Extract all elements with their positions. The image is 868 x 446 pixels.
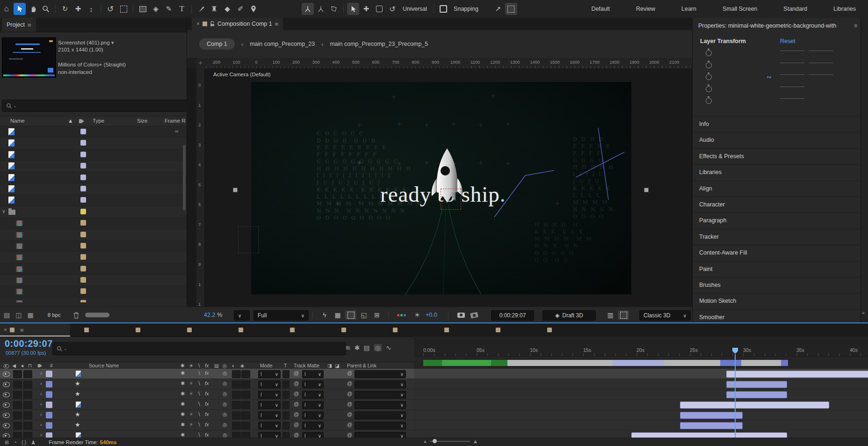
expand-chevron-icon[interactable]: › bbox=[40, 422, 42, 427]
fx-switch[interactable]: fx bbox=[205, 432, 209, 438]
matte-pickwhip-icon[interactable]: @ bbox=[294, 401, 299, 407]
layer-track-row[interactable] bbox=[414, 420, 868, 431]
collapse-switch[interactable]: ☀ bbox=[189, 411, 194, 417]
fx-switch[interactable]: fx bbox=[205, 391, 209, 396]
zoom-dropdown-button[interactable]: ∨ bbox=[234, 310, 250, 321]
panel-header-effects-presets[interactable]: Effects & Presets bbox=[693, 148, 861, 164]
composition-canvas[interactable]: C O C O C CD D D D D D DE E E E E E E E … bbox=[251, 82, 631, 294]
layer-track-row[interactable] bbox=[414, 400, 868, 410]
panel-header-libraries[interactable]: Libraries bbox=[693, 164, 861, 180]
layer-row[interactable]: ›✱∖fx◎ǀ∨@ǀ∨@∨ bbox=[0, 369, 414, 379]
quality-switch[interactable]: ∖ bbox=[197, 370, 201, 376]
vertical-ruler[interactable]: 012345678911 bbox=[196, 68, 205, 307]
project-search-input[interactable]: ⌄ bbox=[2, 100, 188, 112]
timeline-tab-glass-2[interactable] bbox=[132, 323, 147, 336]
t-toggle[interactable] bbox=[282, 422, 289, 430]
ruler-corner[interactable]: ✛ bbox=[196, 58, 205, 68]
project-row[interactable] bbox=[0, 275, 187, 286]
workspace-learn[interactable]: Learn bbox=[681, 6, 696, 12]
column-frame-rate[interactable]: Frame R bbox=[165, 118, 186, 124]
label-color-swatch[interactable] bbox=[80, 175, 86, 180]
expand-chevron-icon[interactable]: › bbox=[40, 411, 42, 417]
audio-toggle[interactable] bbox=[13, 380, 22, 388]
shy-switch[interactable]: ✱ bbox=[181, 411, 185, 417]
stopwatch-icon[interactable] bbox=[706, 74, 712, 80]
label-color-swatch[interactable] bbox=[80, 220, 86, 226]
breadcrumb-comp-1[interactable]: Comp 1 bbox=[199, 38, 235, 50]
label-color-swatch[interactable] bbox=[80, 277, 86, 283]
parent-link-dropdown[interactable]: ∨ bbox=[354, 380, 406, 388]
timeline-tab-code-box[interactable] bbox=[338, 323, 353, 336]
matte-pickwhip-icon[interactable]: @ bbox=[294, 391, 299, 396]
shy-switch[interactable]: ✱ bbox=[181, 401, 185, 407]
project-row[interactable] bbox=[0, 252, 187, 263]
transform-value[interactable] bbox=[780, 97, 804, 99]
solo-toggle[interactable] bbox=[23, 391, 32, 399]
stopwatch-icon[interactable] bbox=[706, 86, 712, 92]
label-column-icon[interactable] bbox=[79, 118, 85, 124]
parent-link-dropdown[interactable]: ∨ bbox=[354, 391, 406, 399]
label-color-swatch[interactable] bbox=[80, 152, 86, 157]
audio-toggle[interactable] bbox=[13, 422, 22, 430]
parent-pickwhip-icon[interactable]: @ bbox=[347, 391, 352, 396]
layer-duration-bar[interactable] bbox=[680, 412, 743, 419]
hand-tool-icon[interactable] bbox=[27, 3, 39, 15]
workspace-review[interactable]: Review bbox=[636, 6, 655, 12]
track-matte-dropdown[interactable]: ǀ∨ bbox=[302, 391, 324, 399]
panel-header-tracker[interactable]: Tracker bbox=[693, 229, 861, 245]
snap-cursor-icon[interactable]: ↗ bbox=[492, 3, 504, 15]
eye-icon[interactable] bbox=[3, 402, 10, 408]
parent-pickwhip-icon[interactable]: @ bbox=[347, 401, 352, 407]
label-color-swatch[interactable] bbox=[80, 197, 86, 203]
3d-switch[interactable] bbox=[241, 401, 250, 409]
timeline-tab-glass-3[interactable] bbox=[183, 323, 198, 336]
3d-switch[interactable] bbox=[241, 380, 250, 388]
stamp-tool-icon[interactable]: ♜ bbox=[208, 3, 220, 15]
panel-header-character[interactable]: Character bbox=[693, 197, 861, 212]
layer-row[interactable]: ›★✱☀∖fx◎ǀ∨@ǀ∨@∨ bbox=[0, 420, 414, 431]
layer-handle-right[interactable] bbox=[644, 188, 649, 192]
label-color-swatch[interactable] bbox=[80, 140, 86, 146]
pan-camera-tool-icon[interactable]: ✚ bbox=[72, 3, 84, 15]
project-row[interactable] bbox=[0, 286, 187, 297]
project-row[interactable] bbox=[0, 263, 187, 275]
track-matte-column[interactable]: Track Matte bbox=[294, 363, 319, 368]
layer-track-row[interactable] bbox=[414, 379, 868, 389]
panel-header-info[interactable]: Info bbox=[693, 116, 861, 132]
mode-dropdown[interactable]: ǀ∨ bbox=[258, 370, 281, 378]
layer-color-swatch[interactable] bbox=[46, 381, 52, 388]
label-color-swatch[interactable] bbox=[80, 254, 86, 260]
shy-switch[interactable]: ✱ bbox=[181, 370, 185, 376]
channel-icon[interactable] bbox=[397, 310, 406, 320]
fx-switch[interactable]: fx bbox=[205, 370, 209, 376]
stopwatch-icon[interactable] bbox=[706, 62, 712, 68]
project-row[interactable] bbox=[0, 218, 187, 229]
mask-visibility-icon[interactable] bbox=[345, 310, 356, 320]
eye-icon[interactable] bbox=[3, 392, 10, 397]
parent-pickwhip-icon[interactable]: @ bbox=[347, 411, 352, 417]
label-color-swatch[interactable] bbox=[80, 243, 86, 249]
project-row[interactable] bbox=[0, 161, 187, 172]
collapse-switch[interactable]: ☀ bbox=[189, 380, 194, 387]
t-toggle[interactable] bbox=[282, 370, 289, 378]
playhead-line[interactable] bbox=[735, 354, 736, 438]
layer-row[interactable]: ›✱∖fx◎ǀ∨@ǀ∨@∨ bbox=[0, 400, 414, 410]
comp-mini-flowchart-icon[interactable]: ≋ bbox=[345, 344, 351, 351]
shy-switch[interactable]: ✱ bbox=[181, 380, 185, 387]
transparency-grid-icon[interactable]: ▦ bbox=[332, 310, 343, 320]
project-row[interactable] bbox=[0, 183, 187, 195]
expand-chevron-icon[interactable]: › bbox=[40, 391, 42, 396]
world-axis-mode-icon[interactable] bbox=[315, 3, 327, 15]
delete-icon[interactable] bbox=[73, 312, 80, 319]
mode-dropdown[interactable]: ǀ∨ bbox=[258, 380, 281, 388]
layer-row[interactable]: ›★✱☀∖fx◎ǀ∨@ǀ∨@∨ bbox=[0, 379, 414, 389]
timeline-tab-code-box-2[interactable] bbox=[389, 323, 404, 336]
workspace-standard[interactable]: Standard bbox=[783, 6, 807, 12]
layer-duration-bar[interactable] bbox=[726, 371, 868, 378]
panel-header-content-aware-fill[interactable]: Content-Aware Fill bbox=[693, 245, 861, 261]
stopwatch-icon[interactable] bbox=[706, 50, 712, 56]
column-size[interactable]: Size bbox=[137, 118, 147, 124]
link-icon[interactable]: ∾ bbox=[767, 73, 772, 80]
audio-toggle[interactable] bbox=[13, 411, 22, 419]
adjustment-switch[interactable] bbox=[232, 401, 241, 409]
